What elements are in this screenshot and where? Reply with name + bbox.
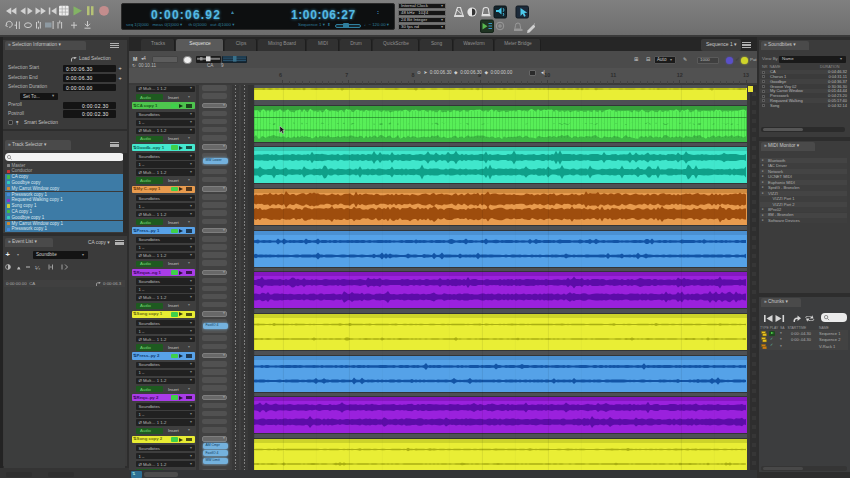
svg-text:¼: ¼ bbox=[35, 265, 41, 271]
